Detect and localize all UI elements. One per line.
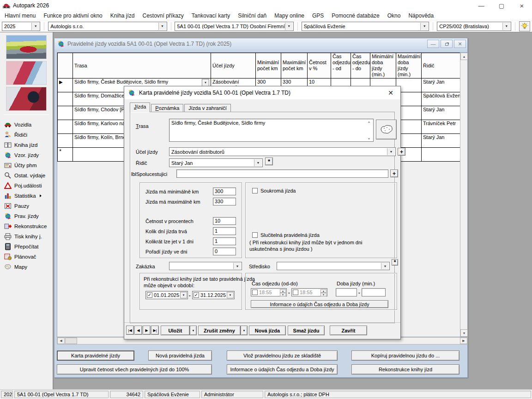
menu-cestovni-prikazy[interactable]: Cestovní příkazy [142, 12, 183, 19]
menu-napoveda[interactable]: Nápověda [408, 12, 434, 19]
column-header-cas-do[interactable]: Čas odjezdu - do [351, 53, 370, 79]
column-header-ucel[interactable]: Účel jízdy [211, 53, 256, 79]
time-spinner[interactable]: ▲▼ [320, 289, 326, 296]
rekonstrukce-knihy-button[interactable]: Rekonstrukce knihy jízd [351, 364, 459, 375]
close-icon[interactable]: × [512, 0, 532, 11]
menu-mapy-online[interactable]: Mapy online [274, 12, 304, 19]
column-header-max-doba[interactable]: Maximální doba jízdy (min.) [396, 53, 422, 79]
kolikrat-input[interactable]: 1 [213, 237, 236, 245]
sidebar-item-ostatni-vydaje[interactable]: Ostat. výdaje [4, 170, 49, 181]
slucitelna-jizda-checkbox[interactable]: Slučitelná pravidelná jízda [252, 232, 320, 238]
sidebar-item-statistika[interactable]: Statistika [4, 191, 49, 201]
chevron-down-icon[interactable]: ▼ [202, 79, 209, 86]
child-minimize-icon[interactable]: — [427, 40, 439, 48]
child-restore-icon[interactable] [441, 40, 453, 48]
tab-jizda-v-zahranici[interactable]: Jízda v zahraničí [184, 104, 231, 112]
zakazka-select[interactable]: ▼ [169, 262, 242, 270]
textarea-scroll-arrows[interactable]: ▲▼ [366, 120, 372, 140]
tip-button[interactable] [519, 21, 530, 31]
scroll-up-icon[interactable]: ▲ [460, 53, 468, 60]
cetnost-input[interactable]: 10 [213, 217, 236, 225]
ucel-jizdy-select[interactable]: Zásobování distributorů▼ [169, 147, 396, 156]
add-spolucestujici-button[interactable]: + [390, 169, 398, 177]
trip-order-select[interactable]: CP25/002 (Bratislava)▼ [437, 22, 511, 31]
checkbox-icon[interactable] [252, 232, 258, 238]
stredisko-select[interactable]: ▼ [277, 262, 390, 270]
period-to-datepicker[interactable]: ✓ 31.12.2025 st ▼ [192, 291, 235, 299]
soukroma-jizda-checkbox[interactable]: Soukromá jízda [252, 188, 296, 193]
checkbox-icon[interactable] [293, 290, 298, 295]
nova-pravidelna-jizda-button[interactable]: Nová pravidelná jízda [148, 351, 212, 361]
sidebar-item-tisk-knihy[interactable]: Tisk knihy j. [4, 231, 49, 242]
column-header-ridic[interactable]: Řidič [422, 53, 460, 79]
column-header-cetnost[interactable]: Četnost v % [308, 53, 331, 79]
upravit-cetnost-button[interactable]: Upravit četnost všech pravidelných jízd … [57, 364, 212, 375]
chevron-down-icon[interactable]: ▼ [31, 23, 39, 30]
stredisko-detail-button[interactable]: * [392, 259, 398, 266]
dialog-titlebar[interactable]: Karta pravidelné jízdy vozidla 5A1 00-01… [124, 86, 400, 99]
menu-gps[interactable]: GPS [312, 12, 324, 19]
tab-poznamka[interactable]: Poznámka [151, 104, 183, 112]
chevron-down-icon[interactable]: ▼ [227, 292, 234, 298]
add-ucel-button[interactable]: + [398, 148, 405, 156]
cell-ridic[interactable]: Starý Jan [422, 134, 460, 148]
sidebar-item-pojistne-udalosti[interactable]: Poj.události [4, 181, 49, 191]
menu-kniha-jizd[interactable]: Kniha jízd [110, 12, 135, 19]
ridic-select[interactable]: Starý Jan▼ [169, 158, 263, 167]
sidebar-item-vozidla[interactable]: Vozidla [4, 120, 49, 130]
fuel-photo[interactable] [6, 87, 47, 111]
time-spinner[interactable]: ▲▼ [280, 289, 286, 296]
chevron-down-icon[interactable]: ▼ [387, 148, 395, 155]
column-header-cas-od[interactable]: Čas odjezdu - od [331, 53, 351, 79]
chevron-down-icon[interactable]: ▼ [285, 23, 293, 30]
save-dropdown-icon[interactable]: ▼ [190, 326, 197, 335]
row-selector[interactable] [58, 120, 73, 134]
company-select[interactable]: Autologis s.r.o.▼ [48, 22, 167, 31]
vloz-jizdu-ze-skladiste-button[interactable]: Vlož pravidelnou jízdu ze skladiště [227, 351, 338, 361]
sidebar-item-pauzy[interactable]: Pauzy [4, 201, 49, 211]
nav-last-button[interactable]: ▶| [151, 326, 159, 335]
cell-ridic[interactable]: Trávníček Petr [422, 120, 460, 134]
sidebar-item-rekonstrukce[interactable]: Rekonstrukce [4, 221, 49, 231]
scroll-down-icon[interactable]: ▼ [460, 329, 468, 337]
column-header-min-doba[interactable]: Minimální doba jízdy (min.) [370, 53, 396, 79]
ridic-detail-button[interactable]: * [265, 157, 273, 165]
column-header-min-km[interactable]: Minimální počet km [256, 53, 281, 79]
kolik-dni-input[interactable]: 1 [213, 227, 236, 235]
menu-pomocne-databaze[interactable]: Pomocné databáze [332, 12, 379, 19]
spolucestujici-input[interactable] [176, 169, 388, 178]
informace-cas-doba-button[interactable]: Informace o údajích Čas odjezdu a Doba j… [227, 364, 338, 375]
nav-next-button[interactable]: ▶ [143, 326, 151, 335]
column-header-selector[interactable] [58, 53, 73, 79]
delete-trip-button[interactable]: Smaž jízdu [288, 326, 325, 335]
chevron-down-icon[interactable]: ▼ [254, 159, 262, 166]
chevron-down-icon[interactable]: ▼ [180, 292, 187, 298]
year-select[interactable]: 2025▼ [2, 22, 40, 31]
nav-prev-button[interactable]: ◀ [134, 326, 142, 335]
minimize-icon[interactable]: — [471, 0, 491, 11]
driver-select[interactable]: Spáčilová Evženie▼ [302, 22, 429, 31]
period-from-datepicker[interactable]: ✓ 01.01.2025 st ▼ [145, 291, 188, 299]
new-trip-button[interactable]: Nová jízda [249, 326, 286, 335]
sidebar-item-vzor-jizdy[interactable]: Vzor. jízdy [4, 150, 49, 160]
menu-hlavni-menu[interactable]: Hlavní menu [5, 12, 36, 19]
child-window-titlebar[interactable]: Pravidelné jízdy vozidla 5A1 00-01 (Opel… [54, 38, 467, 49]
chevron-down-icon[interactable]: ▼ [381, 263, 389, 269]
cancel-dropdown-icon[interactable]: ▼ [241, 326, 248, 335]
menu-funkce-pro-aktivni-okno[interactable]: Funkce pro aktivní okno [43, 12, 102, 19]
checkbox-checked-icon[interactable]: ✓ [193, 292, 199, 298]
sidebar-item-mapy[interactable]: Mapy [4, 262, 49, 272]
scroll-left-icon[interactable]: ◀ [57, 338, 65, 344]
cas-do-timepicker[interactable]: 18:55 ▲▼ [291, 288, 327, 296]
child-close-icon[interactable]: ✕ [454, 40, 466, 48]
sidebar-item-prepocitat[interactable]: Přepočítat [4, 242, 49, 252]
row-selector[interactable] [58, 92, 73, 106]
chevron-down-icon[interactable]: ▼ [233, 263, 241, 269]
menu-silnicni-dan[interactable]: Silniční daň [238, 12, 266, 19]
save-button[interactable]: Uložit [161, 326, 190, 335]
doba-do-input[interactable] [362, 288, 386, 296]
cell-ridic[interactable]: Starý Jan [422, 79, 460, 92]
min-km-input[interactable]: 300 [213, 187, 236, 195]
travel-photo[interactable] [6, 61, 47, 85]
poradi-input[interactable]: 0 [213, 248, 236, 255]
